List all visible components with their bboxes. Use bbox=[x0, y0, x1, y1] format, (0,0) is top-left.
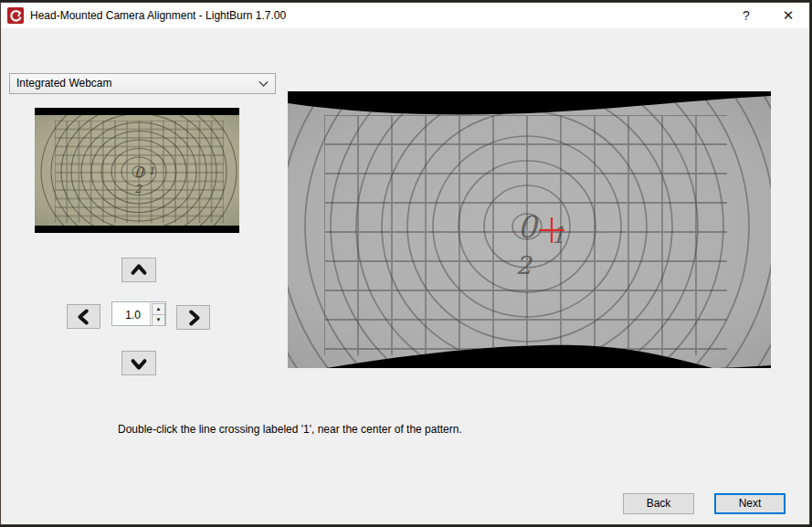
svg-text:2: 2 bbox=[515, 251, 533, 279]
chevron-up-icon bbox=[129, 260, 149, 280]
camera-select[interactable]: Integrated Webcam bbox=[9, 73, 276, 94]
next-button[interactable]: Next bbox=[714, 493, 786, 514]
nudge-right-button[interactable] bbox=[176, 305, 210, 330]
spin-down-button[interactable]: ▼ bbox=[152, 314, 165, 326]
chevron-left-icon bbox=[74, 307, 94, 327]
svg-text:0: 0 bbox=[518, 209, 540, 245]
nudge-step-input[interactable] bbox=[112, 302, 153, 327]
camera-alignment-dialog: Head-Mounted Camera Alignment - LightBur… bbox=[0, 2, 810, 525]
title-bar: Head-Mounted Camera Alignment - LightBur… bbox=[1, 3, 809, 28]
svg-text:1: 1 bbox=[551, 222, 565, 248]
lightburn-app-icon bbox=[7, 7, 24, 24]
nudge-left-button[interactable] bbox=[67, 304, 100, 329]
nudge-step-spinbox: ▲ ▼ bbox=[111, 301, 166, 326]
window-title: Head-Mounted Camera Alignment - LightBur… bbox=[30, 3, 286, 28]
camera-preview-thumbnail: 0 1 2 bbox=[35, 108, 239, 233]
spin-down-icon: ▼ bbox=[156, 317, 162, 322]
nudge-down-button[interactable] bbox=[121, 351, 156, 375]
help-button[interactable]: ? bbox=[729, 3, 764, 28]
spinner-column: ▲ ▼ bbox=[150, 302, 165, 325]
svg-text:1: 1 bbox=[149, 165, 155, 177]
svg-text:0: 0 bbox=[134, 164, 144, 181]
chevron-down-icon bbox=[258, 80, 269, 88]
instruction-text: Double-click the line crossing labeled '… bbox=[118, 423, 462, 436]
camera-select-value: Integrated Webcam bbox=[16, 77, 112, 90]
close-button[interactable]: ✕ bbox=[771, 3, 806, 28]
chevron-right-icon bbox=[184, 308, 204, 328]
camera-alignment-view[interactable]: 0 1 2 bbox=[288, 91, 771, 368]
nudge-up-button[interactable] bbox=[121, 258, 156, 282]
back-button[interactable]: Back bbox=[623, 493, 694, 514]
spin-up-icon: ▲ bbox=[156, 306, 162, 311]
chevron-down-arrow-icon bbox=[129, 353, 149, 374]
